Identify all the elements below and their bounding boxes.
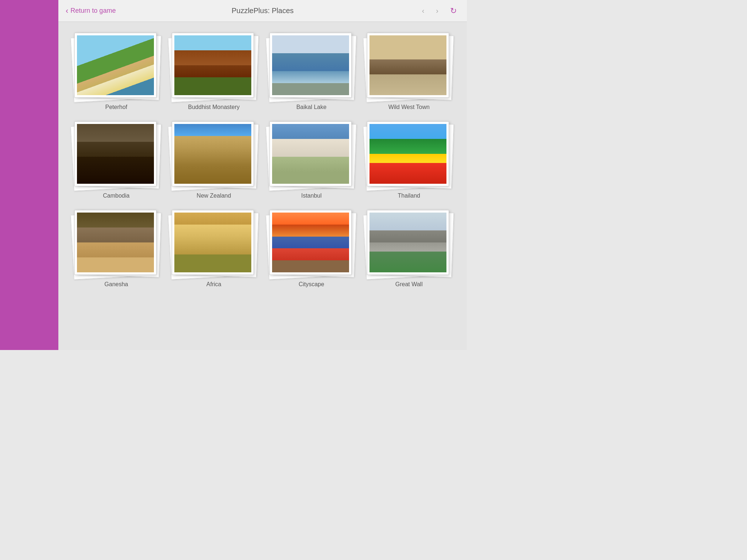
photo-great-wall xyxy=(369,213,446,272)
puzzle-label-wild-west-town: Wild West Town xyxy=(388,104,430,110)
photo-buddhist-monastery xyxy=(174,35,251,95)
photo-stack-peterhof xyxy=(74,33,158,100)
back-label: Return to game xyxy=(70,7,116,15)
photo-frame-new-zealand xyxy=(172,121,254,186)
photo-frame-buddhist-monastery xyxy=(172,33,254,98)
puzzle-item-cityscape[interactable]: Cityscape xyxy=(268,210,355,288)
puzzle-item-great-wall[interactable]: Great Wall xyxy=(366,210,453,288)
photo-stack-buddhist-monastery xyxy=(172,33,256,100)
puzzle-item-wild-west-town[interactable]: Wild West Town xyxy=(366,33,453,110)
photo-stack-cambodia xyxy=(74,121,158,189)
photo-wild-west-town xyxy=(369,35,446,95)
main-content: ‹ Return to game PuzzlePlus: Places ‹ › … xyxy=(58,0,467,350)
photo-frame-baikal-lake xyxy=(270,33,352,98)
sidebar xyxy=(0,0,58,350)
puzzle-label-baikal-lake: Baikal Lake xyxy=(296,104,326,110)
photo-frame-thailand xyxy=(367,121,449,186)
photo-frame-cambodia xyxy=(74,121,156,186)
photo-stack-wild-west-town xyxy=(367,33,451,100)
puzzle-label-ganesha: Ganesha xyxy=(104,281,128,288)
puzzle-item-new-zealand[interactable]: New Zealand xyxy=(171,121,258,199)
puzzle-item-cambodia[interactable]: Cambodia xyxy=(73,121,160,199)
photo-stack-baikal-lake xyxy=(270,33,353,100)
puzzle-item-buddhist-monastery[interactable]: Buddhist Monastery xyxy=(171,33,258,110)
photo-stack-istanbul xyxy=(270,121,353,189)
photo-stack-thailand xyxy=(367,121,451,189)
puzzle-label-new-zealand: New Zealand xyxy=(197,192,231,199)
puzzle-label-istanbul: Istanbul xyxy=(301,192,322,199)
puzzle-label-cambodia: Cambodia xyxy=(103,192,129,199)
back-chevron-icon: ‹ xyxy=(66,7,68,15)
photo-frame-africa xyxy=(172,210,254,275)
puzzle-label-peterhof: Peterhof xyxy=(105,104,127,110)
photo-istanbul xyxy=(272,124,349,184)
nav-controls: ‹ › ↻ xyxy=(419,5,460,17)
photo-frame-ganesha xyxy=(74,210,156,275)
photo-stack-ganesha xyxy=(74,210,158,277)
back-button[interactable]: ‹ Return to game xyxy=(66,7,116,15)
photo-stack-new-zealand xyxy=(172,121,256,189)
photo-stack-great-wall xyxy=(367,210,451,277)
puzzle-item-thailand[interactable]: Thailand xyxy=(366,121,453,199)
page-title: PuzzlePlus: Places xyxy=(232,7,294,15)
puzzle-item-ganesha[interactable]: Ganesha xyxy=(73,210,160,288)
puzzle-label-buddhist-monastery: Buddhist Monastery xyxy=(188,104,240,110)
photo-frame-cityscape xyxy=(270,210,352,275)
next-button[interactable]: › xyxy=(433,5,441,16)
photo-stack-cityscape xyxy=(270,210,353,277)
puzzle-grid: PeterhofBuddhist MonasteryBaikal LakeWil… xyxy=(73,33,452,288)
header: ‹ Return to game PuzzlePlus: Places ‹ › … xyxy=(58,0,467,22)
puzzle-label-cityscape: Cityscape xyxy=(299,281,324,288)
puzzle-label-great-wall: Great Wall xyxy=(395,281,423,288)
photo-frame-peterhof xyxy=(74,33,156,98)
photo-cambodia xyxy=(77,124,154,184)
photo-new-zealand xyxy=(174,124,251,184)
puzzle-item-istanbul[interactable]: Istanbul xyxy=(268,121,355,199)
photo-thailand xyxy=(369,124,446,184)
puzzle-item-africa[interactable]: Africa xyxy=(171,210,258,288)
photo-ganesha xyxy=(77,213,154,272)
photo-baikal-lake xyxy=(272,35,349,95)
puzzle-label-africa: Africa xyxy=(206,281,221,288)
photo-stack-africa xyxy=(172,210,256,277)
prev-button[interactable]: ‹ xyxy=(419,5,427,16)
refresh-button[interactable]: ↻ xyxy=(447,5,460,17)
photo-frame-istanbul xyxy=(270,121,352,186)
grid-container: PeterhofBuddhist MonasteryBaikal LakeWil… xyxy=(58,22,467,350)
photo-cityscape xyxy=(272,213,349,272)
puzzle-item-peterhof[interactable]: Peterhof xyxy=(73,33,160,110)
puzzle-item-baikal-lake[interactable]: Baikal Lake xyxy=(268,33,355,110)
photo-frame-wild-west-town xyxy=(367,33,449,98)
photo-peterhof xyxy=(77,35,154,95)
photo-africa xyxy=(174,213,251,272)
photo-frame-great-wall xyxy=(367,210,449,275)
puzzle-label-thailand: Thailand xyxy=(398,192,420,199)
